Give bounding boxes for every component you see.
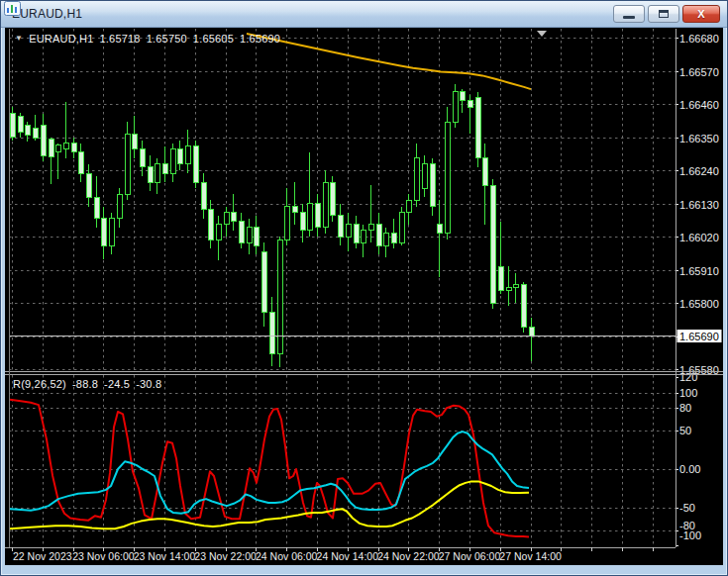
main-chart-plot[interactable] [9, 29, 676, 371]
price-axis[interactable] [676, 29, 723, 547]
restore-icon [659, 10, 669, 18]
chart-icon [4, 1, 21, 16]
window-title: EURAUD,H1 [12, 7, 82, 21]
minimize-button[interactable] [613, 5, 645, 23]
title-bar[interactable]: EURAUD,H1 X [1, 1, 727, 28]
time-axis[interactable] [9, 547, 676, 565]
indicator-plot[interactable] [9, 375, 676, 547]
chart-window: EURAUD,H1 X 1.666801.665701.664601.66350… [0, 0, 728, 576]
chart-client-area: 1.666801.665701.664601.663501.662401.661… [5, 28, 723, 565]
minimize-icon [623, 16, 635, 19]
window-controls: X [613, 5, 720, 23]
restore-button[interactable] [648, 5, 679, 23]
close-button[interactable]: X [682, 5, 720, 23]
